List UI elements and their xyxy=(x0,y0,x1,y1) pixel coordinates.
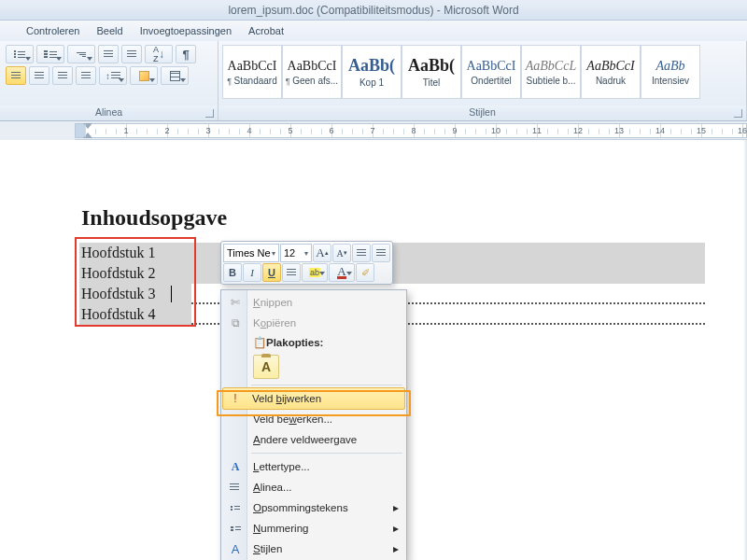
ribbon-tabs: Controleren Beeld Invoegtoepassingen Acr… xyxy=(0,21,747,41)
styles-gallery[interactable]: AaBbCcIStandaardAaBbCcIGeen afs...AaBb(K… xyxy=(218,41,746,99)
ctx-paste-header: 📋 Plakopties: xyxy=(223,333,404,352)
justify-button[interactable] xyxy=(76,66,96,85)
tab-controleren[interactable]: Controleren xyxy=(26,25,79,36)
increase-indent-button[interactable] xyxy=(121,45,142,63)
doc-heading: Inhoudsopgave xyxy=(81,205,227,231)
align-right-button[interactable] xyxy=(52,66,73,85)
shading-button[interactable] xyxy=(130,66,158,85)
style-swatch[interactable]: AaBbCcIGeen afs... xyxy=(282,45,342,99)
context-menu: ✄ Knippen ⧉ Kopiëren 📋 Plakopties: A ! V… xyxy=(220,289,407,560)
mini-indent-decrease-button[interactable] xyxy=(352,244,371,262)
ctx-styles[interactable]: A Stijlen ▸ xyxy=(223,539,404,559)
toc-entry-label: Hoofdstuk 1 xyxy=(79,245,156,261)
mini-highlight-button[interactable]: ab xyxy=(302,263,328,282)
mini-font-combo[interactable]: Times Ne▾ xyxy=(223,244,279,262)
mini-shrink-font-button[interactable]: A▾ xyxy=(332,244,351,262)
mini-size-value: 12 xyxy=(284,247,295,259)
ctx-paste-options: A xyxy=(223,352,404,382)
styles-a-icon: A xyxy=(228,541,243,556)
mini-font-name: Times Ne xyxy=(227,247,271,259)
align-center-button[interactable] xyxy=(29,66,49,85)
text-caret xyxy=(171,286,172,302)
line-spacing-button[interactable]: ↕ xyxy=(99,66,127,85)
mini-size-combo[interactable]: 12▾ xyxy=(280,244,312,262)
decrease-indent-button[interactable] xyxy=(98,45,119,63)
borders-button[interactable] xyxy=(161,66,189,85)
toc-entry-label: Hoofdstuk 3 xyxy=(79,286,156,302)
mini-bold-button[interactable]: B xyxy=(223,263,242,282)
ruler-row: 12345678910111213141516 xyxy=(0,121,747,140)
clipboard-icon: 📋 xyxy=(253,336,266,349)
group-label-stijlen: Stijlen xyxy=(218,105,746,120)
show-marks-button[interactable]: ¶ xyxy=(176,45,196,63)
numbering-button[interactable] xyxy=(36,45,64,63)
style-swatch[interactable]: AaBbIntensiev xyxy=(641,45,700,99)
mini-font-color-button[interactable]: A xyxy=(329,263,355,282)
ctx-cut: ✄ Knippen xyxy=(223,292,404,313)
ctx-numbering[interactable]: Nummering ▸ xyxy=(223,518,404,539)
mini-format-painter-button[interactable]: ✐ xyxy=(356,263,374,282)
paste-keep-text-button[interactable]: A xyxy=(253,355,279,379)
mini-underline-button[interactable]: U xyxy=(262,263,281,282)
ribbon: AZ↓ ¶ ↕ Alinea AaBbCcIStandaardAaBbCcIGe… xyxy=(0,41,747,121)
style-swatch[interactable]: AaBb(Kop 1 xyxy=(342,45,402,99)
tab-beeld[interactable]: Beeld xyxy=(96,25,122,36)
ctx-font[interactable]: A Lettertype... xyxy=(223,456,404,477)
mini-indent-increase-button[interactable] xyxy=(372,244,390,262)
toc-entry-label: Hoofdstuk 4 xyxy=(79,306,156,323)
style-swatch[interactable]: AaBbCcLSubtiele b... xyxy=(521,45,581,99)
style-swatch[interactable]: AaBb(Titel xyxy=(402,45,461,99)
bullets-icon xyxy=(228,500,243,515)
style-swatch[interactable]: AaBbCcINadruk xyxy=(581,45,641,99)
group-label-alinea: Alinea xyxy=(0,105,218,120)
ctx-copy: ⧉ Kopiëren xyxy=(223,313,404,333)
ctx-cut-label: K xyxy=(253,297,261,308)
numbering-icon xyxy=(228,521,243,536)
horizontal-ruler[interactable]: 12345678910111213141516 xyxy=(75,123,747,138)
ctx-paragraph[interactable]: Alinea... xyxy=(223,477,404,497)
tab-invoegtoepassingen[interactable]: Invoegtoepassingen xyxy=(140,25,232,36)
mini-toolbar: Times Ne▾ 12▾ A▴ A▾ B I U ab A ✐ xyxy=(220,241,393,285)
style-swatch[interactable]: AaBbCcIStandaard xyxy=(222,45,282,99)
paragraph-icon xyxy=(228,480,243,495)
mini-align-center-button[interactable] xyxy=(282,263,301,282)
tab-acrobat[interactable]: Acrobat xyxy=(248,25,284,36)
bullets-button[interactable] xyxy=(6,45,34,63)
window-title: lorem_ipsum.doc (Compatibiliteitsmodus) … xyxy=(0,0,747,21)
annotation-orange-box xyxy=(217,390,411,416)
toc-entry-label: Hoofdstuk 2 xyxy=(79,265,156,282)
copy-icon: ⧉ xyxy=(228,315,243,330)
sort-button[interactable]: AZ↓ xyxy=(145,45,173,63)
align-left-button[interactable] xyxy=(6,66,26,85)
mini-grow-font-button[interactable]: A▴ xyxy=(313,244,331,262)
ctx-bullets[interactable]: Opsommingstekens ▸ xyxy=(223,497,404,518)
scissors-icon: ✄ xyxy=(228,295,243,310)
ctx-toggle-field[interactable]: Andere veldweergave xyxy=(223,429,404,450)
mini-italic-button[interactable]: I xyxy=(243,263,261,282)
font-a-icon: A xyxy=(228,459,243,474)
style-swatch[interactable]: AaBbCcIOndertitel xyxy=(461,45,521,99)
multilevel-list-button[interactable] xyxy=(67,45,95,63)
